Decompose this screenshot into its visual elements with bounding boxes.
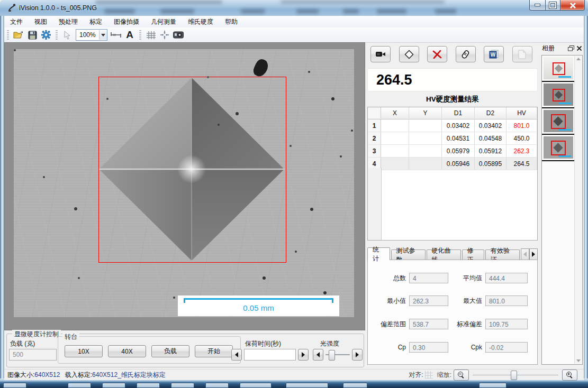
- snapshot-camera-button[interactable]: [171, 29, 185, 41]
- tab-correction[interactable]: 修正: [462, 250, 485, 260]
- save-button[interactable]: [25, 29, 39, 41]
- taskbar-button[interactable]: [286, 383, 328, 388]
- menu-calibration[interactable]: 标定: [84, 17, 108, 26]
- taskbar-button[interactable]: [240, 383, 272, 388]
- menu-image-capture[interactable]: 图像拍摄: [108, 17, 145, 26]
- table-row-selected[interactable]: 4 0.05946 0.05895 264.5: [368, 158, 537, 170]
- maximize-button[interactable]: [546, 0, 560, 11]
- menu-geometry-measure[interactable]: 几何测量: [145, 17, 182, 26]
- view-zoom-slider[interactable]: [473, 370, 558, 380]
- dwell-increase-button[interactable]: [298, 349, 309, 361]
- combo-dropdown[interactable]: [99, 30, 107, 40]
- taskbar-button[interactable]: [137, 383, 160, 388]
- dwell-decrease-button[interactable]: [231, 349, 242, 361]
- measure-caliper-icon: [110, 32, 122, 38]
- zoom-level-value: 100%: [76, 31, 99, 39]
- load-apply-button[interactable]: 负载: [151, 345, 189, 357]
- stat-total-value: 4: [409, 273, 448, 283]
- zoom-level-select[interactable]: 100%: [76, 29, 107, 41]
- tab-statistics[interactable]: 统计: [367, 247, 390, 260]
- light-decrease-button[interactable]: [313, 349, 323, 361]
- tab-scroll-right-button[interactable]: [529, 248, 538, 260]
- menu-help[interactable]: 帮助: [219, 17, 243, 26]
- grid-toggle-button[interactable]: [144, 29, 158, 41]
- cell-d1: 0.05946: [442, 158, 475, 170]
- turret-10x-button[interactable]: 10X: [65, 345, 103, 357]
- app-icon: [7, 3, 17, 13]
- dwell-time-input[interactable]: [244, 349, 296, 361]
- tab-test-parameters[interactable]: 测试参数: [391, 250, 426, 260]
- menu-vickers-hardness[interactable]: 维氏硬度: [182, 17, 219, 26]
- grid-icon: [147, 31, 156, 39]
- background-window-artifact: [104, 9, 135, 14]
- light-increase-button[interactable]: [352, 349, 363, 361]
- hand-tool-button[interactable]: [456, 46, 476, 62]
- taskbar-button[interactable]: [3, 383, 26, 388]
- album-thumbnail[interactable]: [542, 82, 575, 108]
- delete-measurement-button[interactable]: [427, 46, 447, 62]
- album-title: 相册: [542, 44, 568, 53]
- taskbar-button[interactable]: [171, 383, 194, 388]
- table-row[interactable]: 2 0.04531 0.04548 450.0: [368, 132, 537, 145]
- results-table[interactable]: X Y D1 D2 HV 1 0.03402 0.03402 801.0 2 0…: [367, 107, 538, 241]
- float-panel-icon[interactable]: [568, 45, 574, 51]
- close-panel-icon[interactable]: [576, 45, 582, 51]
- window-border-left: [0, 16, 4, 381]
- selection-rectangle[interactable]: [98, 77, 286, 263]
- stat-cp-label: Cp: [368, 344, 406, 351]
- turret-40x-button[interactable]: 40X: [108, 345, 146, 357]
- menu-preprocess[interactable]: 预处理: [53, 17, 84, 26]
- scroll-down-icon[interactable]: [576, 359, 581, 362]
- minimize-button[interactable]: [529, 0, 546, 11]
- arrow-left-icon: [523, 252, 527, 257]
- taskbar-button[interactable]: [68, 383, 91, 388]
- start-button[interactable]: 开始: [195, 345, 233, 357]
- menu-file[interactable]: 文件: [4, 17, 29, 26]
- taskbar-button[interactable]: [343, 383, 367, 388]
- cell-hv: 801.0: [506, 119, 537, 132]
- album-scrollbar[interactable]: [574, 56, 582, 364]
- tab-hardening-curve[interactable]: 硬化曲线: [427, 250, 461, 260]
- open-file-button[interactable]: [12, 29, 25, 41]
- menu-view[interactable]: 视图: [29, 17, 53, 26]
- album-thumbnail[interactable]: [542, 135, 575, 161]
- scroll-up-icon[interactable]: [576, 58, 581, 60]
- settings-button[interactable]: [39, 29, 53, 41]
- album-list[interactable]: [541, 55, 583, 365]
- slider-thumb[interactable]: [329, 350, 335, 361]
- tab-validation[interactable]: 有效验证: [485, 250, 520, 260]
- select-cursor-button[interactable]: [60, 29, 74, 41]
- center-crosshair-button[interactable]: [158, 29, 171, 41]
- menubar: 文件 视图 预处理 标定 图像拍摄 几何测量 维氏硬度 帮助: [4, 16, 584, 28]
- zoom-in-button[interactable]: [562, 369, 577, 381]
- taskbar-button[interactable]: [102, 383, 125, 388]
- specimen-image[interactable]: 0.05 mm: [14, 49, 354, 317]
- image-viewport[interactable]: 0.05 mm: [4, 42, 365, 330]
- video-capture-button[interactable]: [370, 46, 391, 62]
- dwell-time-label: 保荷时间(秒): [245, 339, 281, 348]
- load-input[interactable]: [9, 349, 57, 361]
- align-grid-icon[interactable]: [425, 371, 433, 378]
- settings-gear-icon: [41, 30, 51, 40]
- measure-tool-button[interactable]: [109, 29, 123, 41]
- close-button[interactable]: [560, 0, 585, 11]
- background-window-artifact: [160, 9, 194, 14]
- table-row[interactable]: 1 0.03402 0.03402 801.0: [368, 119, 537, 132]
- table-row[interactable]: 3 0.05979 0.05912 262.3: [368, 145, 537, 158]
- light-intensity-slider[interactable]: [325, 349, 350, 361]
- new-page-button[interactable]: [512, 46, 532, 62]
- zoom-out-button[interactable]: [454, 369, 469, 381]
- slider-thumb[interactable]: [511, 371, 517, 380]
- album-thumbnail[interactable]: [542, 108, 575, 135]
- album-thumbnail[interactable]: [542, 56, 575, 82]
- cursor-arrow-icon: [64, 31, 71, 40]
- taskbar-button[interactable]: [205, 383, 229, 388]
- diamond-measure-button[interactable]: [399, 46, 419, 62]
- load-label: 负载 (克): [10, 339, 35, 348]
- thumbnail-roi: [553, 62, 565, 75]
- tab-scroll-left-button[interactable]: [521, 248, 529, 260]
- corner-cell: [368, 107, 381, 118]
- export-word-button[interactable]: W: [484, 46, 504, 62]
- taskbar-button[interactable]: [479, 383, 506, 388]
- text-annotation-button[interactable]: A: [123, 29, 137, 41]
